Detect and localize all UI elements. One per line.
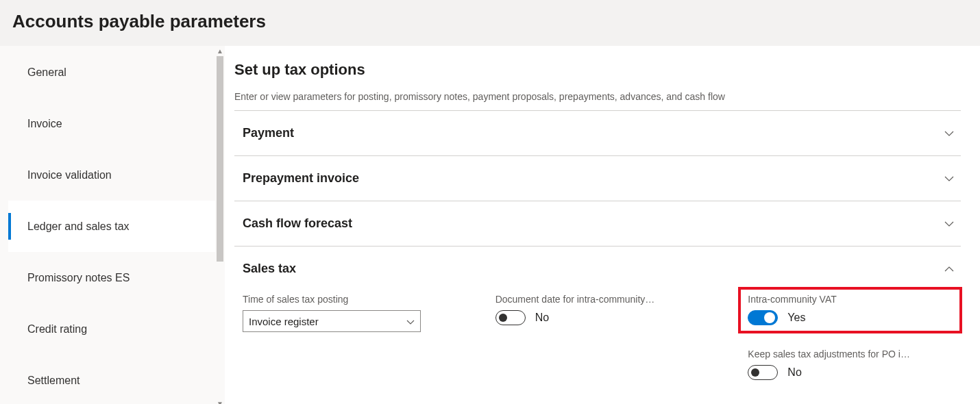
scroll-thumb[interactable]: [217, 56, 223, 262]
sidebar-item-invoice[interactable]: Invoice: [8, 98, 215, 149]
accordion-sales-tax: Sales tax Time of sales tax posting Invo…: [234, 247, 961, 392]
accordion-header-payment[interactable]: Payment: [234, 111, 961, 155]
chevron-down-icon: [944, 219, 954, 229]
header-bar: Accounts payable parameters: [0, 0, 980, 46]
accordion-payment: Payment: [234, 111, 961, 156]
sidebar-item-label: Settlement: [27, 375, 79, 387]
sidebar-item-general[interactable]: General: [8, 47, 215, 98]
toggle-value: No: [787, 366, 801, 379]
chevron-down-icon: [406, 317, 415, 325]
scroll-up-icon[interactable]: ▲: [215, 47, 225, 56]
time-of-posting-select[interactable]: Invoice register: [243, 310, 421, 332]
keep-adjustments-toggle[interactable]: [748, 365, 778, 380]
field-document-date: Document date for intra-community… No: [495, 294, 700, 380]
sidebar-item-invoice-validation[interactable]: Invoice validation: [8, 149, 215, 201]
sales-tax-content: Time of sales tax posting Invoice regist…: [234, 291, 961, 392]
sidebar-nav: General Invoice Invoice validation Ledge…: [8, 47, 215, 404]
sidebar-item-ledger-sales-tax[interactable]: Ledger and sales tax: [8, 201, 215, 252]
accordion-label: Prepayment invoice: [243, 171, 359, 186]
toggle-knob: [764, 312, 775, 323]
sidebar-item-label: Credit rating: [27, 323, 87, 336]
page-title: Accounts payable parameters: [12, 11, 968, 32]
field-label: Document date for intra-community…: [495, 294, 674, 305]
sidebar-item-settlement[interactable]: Settlement: [8, 355, 215, 404]
chevron-up-icon: [944, 264, 954, 274]
field-keep-adjustments: Keep sales tax adjustments for PO i… No: [748, 349, 953, 380]
field-time-of-posting: Time of sales tax posting Invoice regist…: [243, 294, 448, 380]
toggle-knob: [499, 314, 507, 322]
sidebar-item-credit-rating[interactable]: Credit rating: [8, 303, 215, 355]
sidebar-item-label: Ledger and sales tax: [27, 220, 130, 233]
accordion-list: Payment Prepayment invoice Cash flow for…: [234, 110, 961, 392]
document-date-toggle[interactable]: [495, 310, 526, 325]
select-value: Invoice register: [249, 316, 319, 327]
sidebar-item-label: Promissory notes ES: [27, 272, 130, 284]
accordion-label: Payment: [243, 126, 294, 140]
accordion-label: Cash flow forecast: [243, 216, 352, 231]
field-label: Time of sales tax posting: [243, 294, 421, 305]
accordion-header-prepayment[interactable]: Prepayment invoice: [234, 156, 961, 201]
body-row: General Invoice Invoice validation Ledge…: [0, 46, 980, 404]
toggle-value: Yes: [787, 312, 805, 324]
intra-vat-toggle[interactable]: [748, 310, 778, 325]
field-label: Keep sales tax adjustments for PO i…: [748, 349, 926, 359]
section-title: Set up tax options: [234, 61, 961, 79]
chevron-down-icon: [944, 174, 954, 184]
section-description: Enter or view parameters for posting, pr…: [234, 91, 961, 102]
sidebar-item-label: Invoice validation: [27, 169, 112, 181]
accordion-prepayment-invoice: Prepayment invoice: [234, 156, 961, 201]
intra-vat-highlight: Intra-community VAT Yes: [738, 287, 962, 333]
chevron-down-icon: [944, 129, 954, 138]
sidebar-item-promissory-notes[interactable]: Promissory notes ES: [8, 252, 215, 303]
sidebar-gutter: [0, 47, 8, 404]
accordion-header-sales-tax[interactable]: Sales tax: [234, 247, 961, 291]
sidebar-scrollbar[interactable]: ▲ ▼: [215, 47, 225, 404]
accordion-cash-flow: Cash flow forecast: [234, 201, 961, 247]
accordion-header-cashflow[interactable]: Cash flow forecast: [234, 201, 961, 246]
sidebar-wrap: General Invoice Invoice validation Ledge…: [0, 46, 225, 404]
accordion-label: Sales tax: [243, 262, 296, 276]
toggle-knob: [751, 368, 759, 377]
sidebar-item-label: Invoice: [27, 118, 62, 130]
sidebar-item-label: General: [27, 66, 66, 79]
field-label: Intra-community VAT: [748, 294, 926, 305]
toggle-value: No: [535, 312, 549, 324]
main-content: Set up tax options Enter or view paramet…: [225, 46, 980, 404]
scroll-down-icon[interactable]: ▼: [215, 399, 225, 404]
field-column-right: Intra-community VAT Yes Keep sales tax a…: [748, 294, 953, 380]
